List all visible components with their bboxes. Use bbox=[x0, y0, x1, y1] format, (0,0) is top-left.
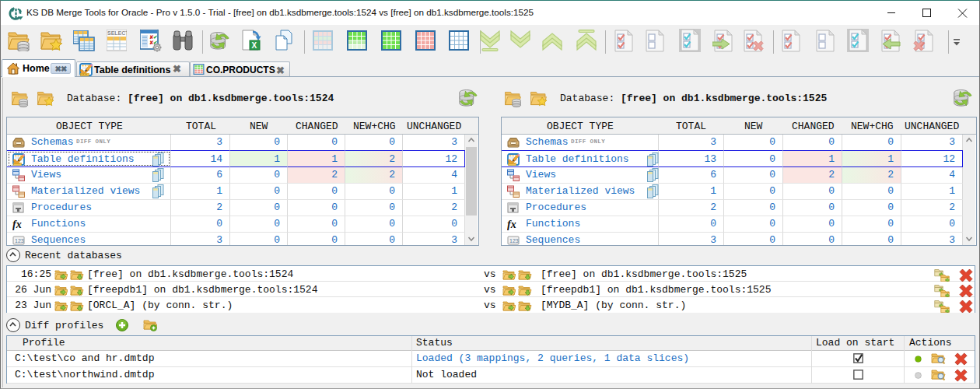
svg-text:SELECT: SELECT bbox=[107, 30, 127, 36]
svg-text:123: 123 bbox=[509, 238, 519, 244]
svg-text:123: 123 bbox=[15, 238, 24, 244]
svg-text:fx: fx bbox=[12, 219, 22, 230]
svg-text:✔: ✔ bbox=[153, 34, 157, 40]
svg-text:X: X bbox=[252, 41, 257, 50]
svg-text:fx: fx bbox=[507, 219, 516, 230]
